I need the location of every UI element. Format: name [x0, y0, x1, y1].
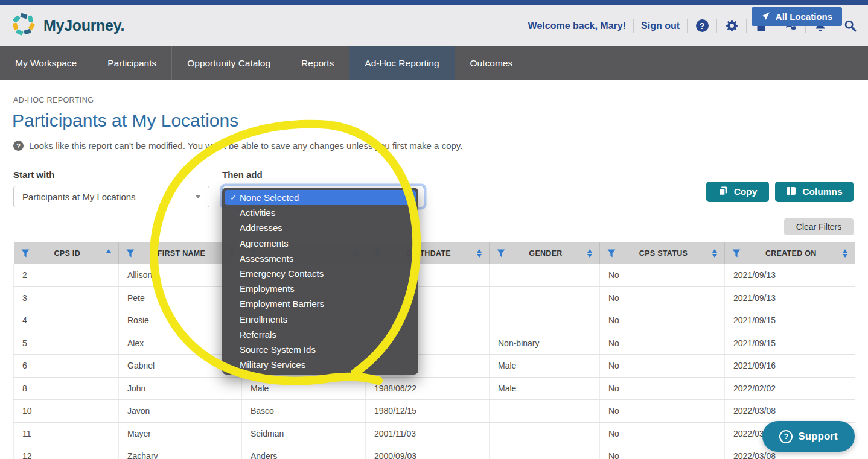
dropdown-option[interactable]: ✓ Activities [225, 205, 416, 220]
all-locations-label: All Locations [776, 11, 832, 22]
page-title: Participants at My Locations [12, 110, 238, 131]
dropdown-option[interactable]: ✓ Source System Ids [225, 342, 416, 357]
clear-filters-button[interactable]: Clear Filters [784, 218, 854, 235]
divider [746, 19, 747, 33]
sort-up-icon [477, 249, 482, 253]
dropdown-option-label: Military Services [240, 359, 305, 370]
nav-tab-label: My Workspace [15, 58, 77, 69]
cell-gender: Male [490, 355, 600, 378]
cell-cps-status: No [600, 422, 725, 445]
start-with-select[interactable]: Participants at My Locations [13, 186, 209, 207]
table-row: 12 Zachary Anders 2000/09/03 No 2022/03/… [14, 445, 855, 459]
column-header-label: FIRST NAME [135, 249, 228, 258]
column-header[interactable]: GENDER [490, 242, 600, 264]
copy-button[interactable]: Copy [706, 182, 769, 202]
sort-control[interactable] [586, 249, 593, 258]
column-header[interactable]: CREATED ON [725, 242, 855, 264]
cell-birthdate: 2001/11/03 [366, 422, 490, 445]
cell-cps-status: No [600, 445, 725, 459]
column-header[interactable]: CPS ID [14, 242, 119, 264]
dropdown-option[interactable]: ✓ Employment Barriers [225, 296, 416, 311]
all-locations-button[interactable]: All Locations [752, 7, 842, 26]
dropdown-option[interactable]: ✓ None Selected [225, 190, 416, 205]
dropdown-option-label: Assessments [240, 253, 293, 264]
dropdown-option[interactable]: ✓ Addresses [225, 220, 416, 235]
cell-last-name: Male [242, 377, 366, 400]
nav-tab[interactable]: Outcomes [455, 46, 529, 80]
cell-cps-id: 10 [14, 400, 119, 423]
sort-control[interactable] [841, 249, 849, 258]
app-window: MyJourney. Welcome back, Mary! Sign out … [0, 0, 868, 459]
checkmark-icon: ✓ [227, 193, 240, 202]
cell-cps-status: No [600, 377, 725, 400]
navigation-arrow-icon [761, 11, 770, 22]
nav-tab[interactable]: Reports [286, 46, 349, 80]
column-header[interactable]: CPS STATUS [600, 242, 725, 264]
dropdown-option-label: Activities [240, 207, 275, 218]
then-add-dropdown-menu: ✓ None Selected ✓ Activities ✓ Addresses… [222, 188, 418, 375]
filter-funnel-icon[interactable] [21, 249, 30, 258]
copy-label: Copy [734, 186, 758, 197]
brand[interactable]: MyJourney. [11, 12, 124, 40]
table-row: 3 Pete No 2021/09/13 [14, 286, 855, 309]
sort-control[interactable] [711, 249, 718, 258]
sort-up-icon [587, 249, 592, 253]
dropdown-option[interactable]: ✓ Military Services [225, 357, 416, 372]
search-icon[interactable] [843, 19, 857, 33]
cell-gender [490, 264, 600, 286]
dropdown-option-label: Referrals [240, 329, 276, 340]
dropdown-option[interactable]: ✓ Emergency Contacts [225, 266, 416, 281]
table-row: 4 Rosie No 2021/09/15 [14, 309, 855, 332]
sort-up-icon [843, 249, 847, 253]
sort-up-icon [106, 249, 111, 253]
chevron-down-icon [196, 195, 200, 198]
sort-control[interactable] [476, 249, 483, 258]
nav-tab[interactable]: My Workspace [0, 46, 92, 80]
filter-funnel-icon[interactable] [607, 249, 616, 258]
nav-tab[interactable]: Participants [92, 46, 172, 80]
top-accent-strip [0, 0, 868, 5]
cell-gender [490, 400, 600, 423]
sign-out-link[interactable]: Sign out [641, 21, 680, 31]
cell-first-name: Zachary [119, 445, 242, 459]
start-with-value: Participants at My Locations [22, 192, 136, 202]
dropdown-option-label: Source System Ids [240, 344, 316, 355]
breadcrumb: AD-HOC REPORTING [13, 96, 94, 104]
filter-funnel-icon[interactable] [126, 249, 135, 258]
nav-tab[interactable]: Ad-Hoc Reporting [349, 46, 455, 80]
sort-down-icon [587, 254, 592, 258]
sort-control[interactable] [105, 249, 112, 258]
column-header-label: CPS STATUS [616, 249, 711, 258]
cell-created-on: 2022/02/02 [725, 377, 855, 400]
readonly-notice: ? Looks like this report can't be modifi… [13, 141, 462, 151]
sort-up-icon [712, 249, 717, 253]
nav-tab-label: Outcomes [470, 58, 513, 69]
nav-tab-label: Reports [301, 58, 334, 69]
cell-cps-status: No [600, 309, 725, 332]
dropdown-option[interactable]: ✓ Agreements [225, 236, 416, 251]
filter-funnel-icon[interactable] [497, 249, 505, 258]
cell-created-on: 2021/09/16 [725, 355, 855, 378]
column-header-label: CPS ID [30, 249, 106, 258]
cell-gender: Non-binary [490, 332, 600, 355]
dropdown-option[interactable]: ✓ Enrollments [225, 312, 416, 327]
cell-created-on: 2021/09/13 [725, 286, 855, 309]
columns-button[interactable]: Columns [775, 182, 854, 202]
filter-funnel-icon[interactable] [732, 249, 741, 258]
dropdown-option[interactable]: ✓ Referrals [225, 327, 416, 342]
nav-tab[interactable]: Opportunity Catalog [172, 46, 286, 80]
cell-cps-status: No [600, 264, 725, 286]
table-row: 5 Alex Non-binary No 2021/09/15 [14, 332, 855, 355]
dropdown-option[interactable]: ✓ Employments [225, 281, 416, 296]
columns-label: Columns [802, 186, 842, 197]
help-icon[interactable]: ? [695, 19, 709, 33]
sort-down-icon [712, 254, 717, 258]
support-button[interactable]: ? Support [762, 421, 855, 452]
column-header-label: CREATED ON [741, 249, 841, 258]
cell-cps-id: 12 [14, 445, 119, 459]
cell-birthdate: 1980/12/15 [366, 400, 490, 423]
dropdown-option[interactable]: ✓ Assessments [225, 251, 416, 266]
support-label: Support [798, 431, 837, 443]
cell-cps-status: No [600, 286, 725, 309]
gear-icon[interactable] [724, 19, 739, 33]
